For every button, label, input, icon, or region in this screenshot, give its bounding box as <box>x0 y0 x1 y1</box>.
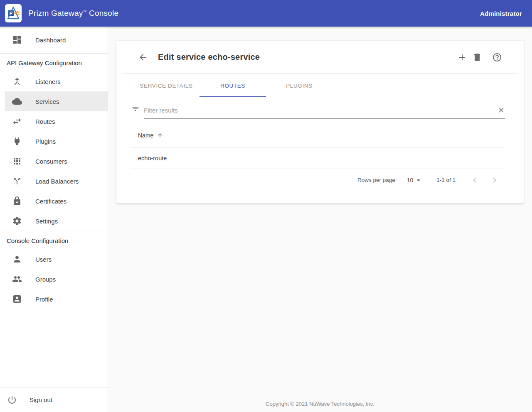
sidebar-item-consumers[interactable]: Consumers <box>0 151 108 171</box>
chevron-right-icon <box>490 175 500 185</box>
sign-out-label: Sign out <box>30 396 52 403</box>
column-header-name[interactable]: Name <box>131 124 505 147</box>
call-merge-icon <box>12 76 22 86</box>
trash-icon <box>472 52 482 62</box>
tab-routes[interactable]: ROUTES <box>200 74 266 97</box>
routes-table: Name echo-route <box>116 124 524 169</box>
gear-icon <box>12 216 22 226</box>
help-button[interactable] <box>492 52 502 62</box>
call-split-icon <box>12 176 22 186</box>
app-title: Prizm Gateway™ Console <box>28 9 118 18</box>
people-icon <box>12 274 22 284</box>
app-bar: P Prizm Gateway™ Console Administrator <box>0 0 532 27</box>
sidebar-item-services[interactable]: Services <box>0 91 108 111</box>
page-title: Edit service echo-service <box>158 52 260 62</box>
sidebar-item-label: Listeners <box>35 78 61 85</box>
tab-service-details[interactable]: SERVICE DETAILS <box>133 74 200 97</box>
dashboard-icon <box>12 35 22 45</box>
delete-service-button[interactable] <box>472 52 482 62</box>
sidebar-item-label: Load Balancers <box>35 178 79 185</box>
route-name-cell: echo-route <box>138 155 167 162</box>
person-icon <box>12 254 22 264</box>
rows-per-page-label: Rows per page: <box>357 177 397 183</box>
contact-card-icon <box>12 294 22 304</box>
sidebar-item-dashboard[interactable]: Dashboard <box>0 30 108 50</box>
sidebar-item-label: Settings <box>35 218 58 225</box>
pagination: Rows per page: 10 1-1 of 1 <box>116 169 524 191</box>
back-arrow-icon[interactable] <box>138 52 148 62</box>
power-plug-icon <box>12 136 22 146</box>
add-route-button[interactable] <box>457 52 467 62</box>
table-row[interactable]: echo-route <box>131 147 505 169</box>
sidebar-item-profile[interactable]: Profile <box>0 289 108 309</box>
edit-service-card: Edit service echo-service <box>116 41 524 204</box>
sidebar-item-label: Dashboard <box>35 37 66 44</box>
next-page-button[interactable] <box>490 175 500 185</box>
sidebar-item-users[interactable]: Users <box>0 249 108 269</box>
sidebar-item-plugins[interactable]: Plugins <box>0 131 108 151</box>
previous-page-button[interactable] <box>470 175 480 185</box>
filter-list-icon <box>131 105 140 113</box>
sidebar-item-settings[interactable]: Settings <box>0 211 108 231</box>
section-header-console-config: Console Configuration <box>0 231 108 249</box>
sidebar-item-label: Certificates <box>35 198 66 205</box>
sidebar-item-load-balancers[interactable]: Load Balancers <box>0 171 108 191</box>
section-header-api-gateway: API Gateway Configuration <box>0 54 108 71</box>
sidebar-item-label: Plugins <box>35 138 56 145</box>
sidebar-item-label: Groups <box>35 276 56 283</box>
sidebar-item-label: Profile <box>35 296 53 303</box>
sidebar-item-listeners[interactable]: Listeners <box>0 71 108 91</box>
cloud-icon <box>12 96 22 106</box>
arrow-up-icon <box>157 132 163 139</box>
sidebar-item-certificates[interactable]: Certificates <box>0 191 108 211</box>
rows-per-page-select[interactable]: 10 <box>407 176 424 185</box>
sidebar-item-label: Users <box>35 256 52 263</box>
tab-plugins[interactable]: PLUGINS <box>266 74 332 97</box>
main-content: Edit service echo-service <box>108 27 532 412</box>
sidebar-item-groups[interactable]: Groups <box>0 269 108 289</box>
swap-horizontal-icon <box>12 116 22 126</box>
svg-text:P: P <box>10 11 12 16</box>
pagination-range: 1-1 of 1 <box>436 177 456 183</box>
sidebar-item-label: Consumers <box>35 158 67 165</box>
sidebar-item-label: Services <box>35 98 59 105</box>
prizm-logo: P <box>5 4 22 22</box>
filter-input[interactable] <box>144 104 497 116</box>
sidebar-item-label: Routes <box>35 118 55 125</box>
sign-out-button[interactable]: Sign out <box>0 387 108 412</box>
lock-icon <box>12 196 22 206</box>
clear-x-icon[interactable] <box>497 106 505 114</box>
sidebar: Dashboard API Gateway Configuration List… <box>0 27 108 412</box>
tab-bar: SERVICE DETAILS ROUTES PLUGINS <box>133 74 524 97</box>
filter-field <box>144 104 505 119</box>
chevron-left-icon <box>470 175 480 185</box>
user-menu-administrator[interactable]: Administrator <box>480 10 522 17</box>
apps-grid-icon <box>12 156 22 166</box>
copyright-footer: Copyright © 2021 NuWave Technologies, In… <box>108 401 532 407</box>
help-circle-icon <box>492 52 502 62</box>
chevron-down-icon <box>414 176 423 185</box>
trademark-symbol: ™ <box>83 10 86 14</box>
filter-row <box>116 97 524 119</box>
power-icon <box>7 395 17 405</box>
plus-icon <box>457 52 467 62</box>
sidebar-item-routes[interactable]: Routes <box>0 111 108 131</box>
card-header: Edit service echo-service <box>116 41 524 74</box>
